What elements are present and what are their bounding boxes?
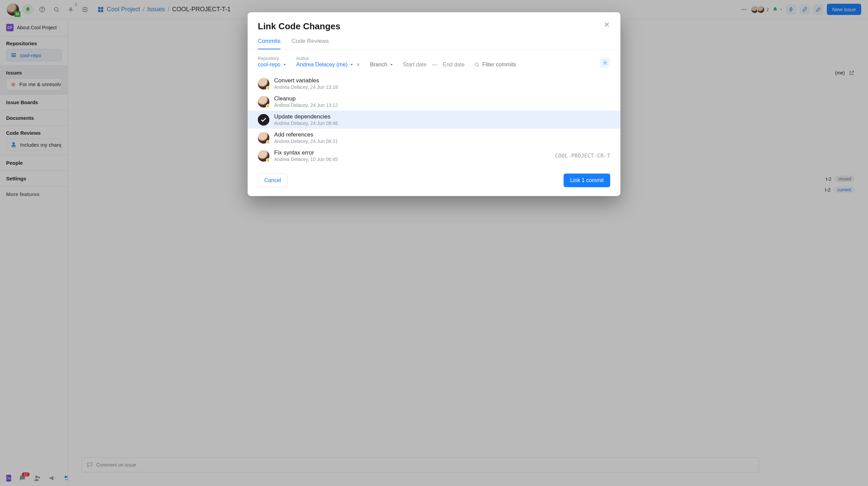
tab-commits[interactable]: Commits (258, 38, 281, 49)
dialog-tabs: Commits Code Reviews (248, 32, 620, 50)
tab-code-reviews[interactable]: Code Reviews (291, 38, 329, 49)
clear-author-icon[interactable] (356, 62, 361, 67)
commit-row[interactable]: Fix syntax errorAndrea Delacey, 10 Jun 0… (248, 147, 620, 165)
filter-repository[interactable]: Repository cool-repo (258, 56, 287, 68)
link-code-changes-dialog: Link Code Changes Commits Code Reviews R… (248, 12, 620, 196)
close-button[interactable] (603, 21, 610, 28)
filter-value: Andrea Delacey (me) (296, 62, 348, 68)
filter-branch[interactable]: Branch (370, 56, 394, 68)
chevron-down-icon (350, 63, 354, 67)
commit-text: Update dependenciesAndrea Delacey, 24 Ju… (274, 113, 338, 126)
commit-text: CleanupAndrea Delacey, 24 Jun 13:12 (274, 95, 338, 108)
commit-meta: Andrea Delacey, 10 Jun 06:45 (274, 157, 338, 162)
dialog-footer: Cancel Link 1 commit (248, 167, 620, 196)
filter-search[interactable] (474, 62, 550, 68)
filter-value: cool-repo (258, 62, 281, 68)
commit-title: Add references (274, 131, 338, 138)
check-icon (258, 114, 269, 126)
commit-title: Cleanup (274, 95, 338, 102)
svg-point-22 (604, 62, 606, 63)
chevron-down-icon (283, 63, 287, 67)
commit-filters: Repository cool-repo Author Andrea Delac… (248, 50, 620, 72)
commit-meta: Andrea Delacey, 24 Jun 08:46 (274, 120, 338, 126)
cancel-button[interactable]: Cancel (258, 174, 288, 187)
commit-row[interactable]: CleanupAndrea Delacey, 24 Jun 13:12 (248, 93, 620, 111)
commit-meta: Andrea Delacey, 24 Jun 13:12 (274, 102, 338, 108)
commit-meta: Andrea Delacey, 24 Jun 08:31 (274, 139, 338, 144)
commit-author-avatar (258, 150, 269, 162)
start-date-label: Start date (403, 62, 427, 68)
commit-review-tag: COOL-PROJECT-CR-7 (555, 153, 610, 159)
end-date-label: End date (443, 62, 465, 68)
commit-author-avatar (258, 78, 269, 90)
close-icon (603, 21, 610, 28)
commit-title: Convert variables (274, 77, 338, 84)
filter-label: Author (296, 56, 361, 61)
filter-value: Branch (370, 62, 387, 68)
filter-settings-button[interactable] (600, 58, 610, 68)
commit-author-avatar (258, 132, 269, 144)
filter-label: Repository (258, 56, 287, 61)
filter-commits-input[interactable] (482, 62, 550, 68)
commit-list: Convert variablesAndrea Delacey, 24 Jun … (248, 72, 620, 167)
filter-date-range[interactable]: Start date — End date (403, 62, 465, 68)
date-dash: — (432, 62, 437, 68)
chevron-down-icon (389, 63, 394, 67)
modal-overlay: Link Code Changes Commits Code Reviews R… (0, 0, 868, 486)
filter-author[interactable]: Author Andrea Delacey (me) (296, 56, 361, 68)
svg-point-21 (475, 63, 478, 66)
commit-title: Fix syntax error (274, 149, 338, 156)
commit-row[interactable]: Convert variablesAndrea Delacey, 24 Jun … (248, 75, 620, 93)
commit-title: Update dependencies (274, 113, 338, 120)
commit-text: Convert variablesAndrea Delacey, 24 Jun … (274, 77, 338, 90)
search-icon (474, 62, 480, 67)
dialog-title: Link Code Changes (258, 21, 340, 32)
commit-meta: Andrea Delacey, 24 Jun 13:18 (274, 84, 338, 90)
commit-author-avatar (258, 96, 269, 108)
commit-row[interactable]: Update dependenciesAndrea Delacey, 24 Ju… (248, 111, 620, 129)
link-commit-button[interactable]: Link 1 commit (564, 174, 610, 187)
commit-row[interactable]: Add referencesAndrea Delacey, 24 Jun 08:… (248, 129, 620, 147)
commit-text: Add referencesAndrea Delacey, 24 Jun 08:… (274, 131, 338, 144)
commit-text: Fix syntax errorAndrea Delacey, 10 Jun 0… (274, 149, 338, 162)
gear-icon (602, 60, 608, 65)
